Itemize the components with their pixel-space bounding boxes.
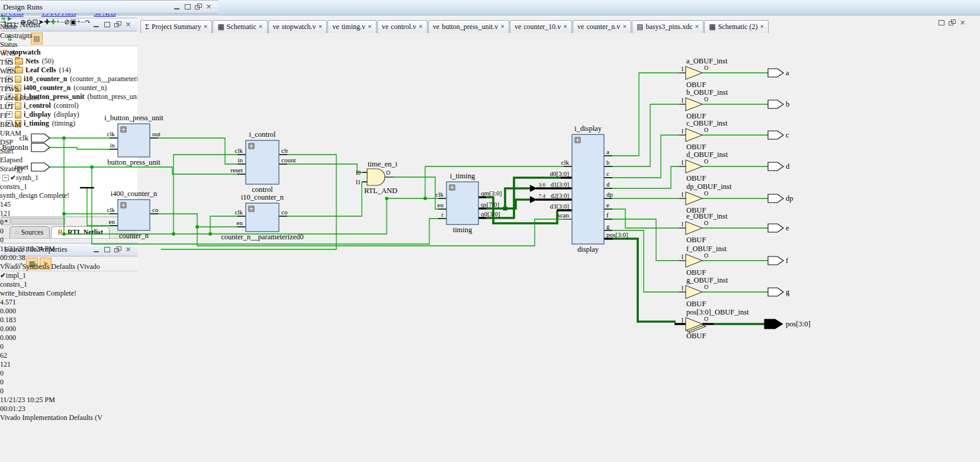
column-header-tpws[interactable]: TPWS [0,85,24,94]
net-wire[interactable] [279,182,367,216]
float-icon[interactable] [948,20,956,26]
buffer-pin-name: I [682,254,683,260]
column-header-start[interactable]: Start [0,147,71,156]
buffer-a_OBUF_inst[interactable]: IOa_OBUF_instOBUFa [679,57,789,89]
pin-name: a [606,148,609,155]
buffer-instance-name: b_OBUF_inst [686,88,728,97]
column-header-name[interactable]: Name [0,23,123,31]
close-icon[interactable]: × [205,4,213,10]
pin-name: f [606,211,609,219]
maximize-icon[interactable] [184,4,191,10]
net-wire[interactable] [604,209,679,228]
buffer-g_OBUF_inst[interactable]: IOg_OBUF_instOBUFg [679,276,790,308]
runs-window-buttons: × [173,4,215,10]
output-port-arrow-icon[interactable] [768,69,783,77]
output-port-arrow-icon[interactable] [768,194,783,203]
output-port-arrow-icon[interactable] [764,319,783,329]
column-header-elapsed[interactable]: Elapsed [0,156,65,165]
cell-tns: 0.000 [0,307,19,316]
column-header-whs[interactable]: WHS [0,67,19,76]
output-port-arrow-icon[interactable] [768,256,783,265]
bus-wire[interactable] [505,188,530,208]
buffer-type-name: OBUF [686,81,706,89]
buffer-type-name: OBUF [686,332,706,340]
column-header-strategy[interactable]: Strategy [0,165,148,174]
block-body[interactable] [572,134,604,244]
buffer-instance-name: dp_OBUF_inst [686,182,732,191]
column-header-lut[interactable]: LUT [0,102,38,111]
output-port-arrow-icon[interactable] [768,224,783,232]
buffer-e_OBUF_inst[interactable]: IOe_OBUF_instOBUFe [679,212,789,244]
net-wire[interactable] [604,135,679,178]
obuf-triangle-icon[interactable] [686,160,702,173]
column-header-tns[interactable]: TNS [0,58,19,67]
net-wire[interactable] [604,219,679,261]
block-i_timing[interactable]: +i_timingtimingclkenrqm[3:0]qs[7:0]q0[3:… [436,172,502,234]
minimize-icon[interactable] [173,4,181,10]
bus-tap-range: 3:0 [538,182,545,188]
buffer-type-name: OBUF [686,174,706,182]
column-header-wns[interactable]: WNS [0,49,28,58]
block-i10_counter_n[interactable]: +i10_counter_ncounter_n__parameterized0c… [221,193,304,241]
bus-junction [503,207,507,211]
design-runs-title: Design Runs [3,2,43,12]
output-port-arrow-icon[interactable] [768,131,783,139]
float-icon[interactable] [194,4,202,10]
output-port-arrow-icon[interactable] [768,100,783,108]
output-port-name: d [786,162,790,171]
net-junction [385,197,388,200]
block-i_display[interactable]: +i_displaydisplayclkd0[3:0]d1[3:0]d2[3:0… [536,124,628,254]
bus-wire[interactable] [505,200,530,208]
pin-name: r [441,211,444,218]
buffer-pin-name: I [682,317,683,323]
buffer-pin-name: O [704,284,708,290]
collapse-icon[interactable]: − [2,175,9,181]
buffer-f_OBUF_inst[interactable]: IOf_OBUF_instOBUFf [679,245,789,277]
buffer-pin-name: I [682,128,683,134]
run-row-synth_1[interactable]: −✔synth_1constrs_1synth_design Complete!… [0,174,218,271]
block-instance-name: i_timing [450,172,475,180]
net-wire[interactable] [604,73,679,156]
buffer-pin-name: I [682,221,683,227]
buffer-instance-name: c_OBUF_inst [686,119,728,127]
buffer-pin-name: O [704,190,708,197]
obuf-triangle-icon[interactable] [686,285,702,299]
buffer-instance-name: f_OBUF_inst [686,245,727,253]
block-i_control[interactable]: +i_controlcontrolclkinresetclrcount [230,130,295,194]
maximize-icon[interactable] [937,20,945,26]
buffer-pin-name: I [682,97,683,104]
buffer-b_OBUF_inst[interactable]: IOb_OBUF_instOBUFb [679,88,789,120]
cell-elapsed: 00:01:23 [0,405,65,413]
column-header-failed-routes[interactable]: Failed Routes [0,94,60,102]
close-icon[interactable]: × [959,20,966,26]
obuf-triangle-icon[interactable] [686,129,702,142]
net-wire[interactable] [279,164,367,172]
obuf-triangle-icon[interactable] [686,66,702,79]
column-header-bram[interactable]: BRAM [0,120,23,129]
column-header-status[interactable]: Status [0,40,218,49]
buffer-pin-name: O [704,252,708,259]
column-header-dsp[interactable]: DSP [0,138,18,147]
obuf-triangle-icon[interactable] [686,254,702,267]
column-header-ff[interactable]: FF [0,111,19,120]
and-gate-body[interactable] [367,169,385,185]
output-port-arrow-icon[interactable] [768,162,783,171]
run-icon[interactable]: ▶ [8,15,12,21]
buffer-c_OBUF_inst[interactable]: IOc_OBUF_instOBUFc [679,119,789,151]
runs-sort-icon[interactable]: ⇅ [0,14,6,22]
block-type-name: counter_n__parameterized0 [221,233,304,241]
obuf-triangle-icon[interactable] [686,222,702,235]
output-port-arrow-icon[interactable] [768,288,783,296]
column-header-ths[interactable]: THS [0,76,19,85]
column-header-uram[interactable]: URAM [0,129,25,138]
run-row-impl_1[interactable]: ✔impl_1constrs_1write_bitstream Complete… [0,271,218,422]
buffer-dp_OBUF_inst[interactable]: IOdp_OBUF_instOBUFdp [679,182,793,214]
pin-name: clr [281,147,288,154]
pin-name: d0[3:0] [550,170,569,177]
buffer-d_OBUF_inst[interactable]: IOd_OBUF_instOBUFd [679,150,790,182]
obuf-triangle-icon[interactable] [686,192,702,205]
pin-name: d [606,181,610,188]
bus-wire[interactable] [613,239,676,322]
obuf-triangle-icon[interactable] [686,98,702,111]
column-header-constraints[interactable]: Constraints [0,31,53,40]
